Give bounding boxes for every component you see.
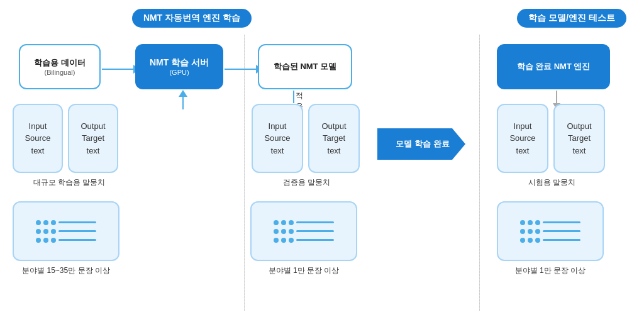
db-line-m1 [296,221,334,223]
db-circle-m3 [289,220,294,225]
db-line-1 [58,221,96,223]
completed-engine-box: 학습 완료 NMT 엔진 [497,44,610,89]
large-corpus-caption: 대규모 학습용 말뭉치 [13,177,126,188]
input1-line1: Input [29,120,47,133]
middle-corpus-group: Input Source text Output Target text [252,104,360,173]
db-circle-r4 [520,229,525,234]
output-box-1: Output Target text [68,104,118,173]
diagram-container: NMT 자동번역 엔진 학습 학습 모델/엔진 테스트 학습용 데이터 (Bil… [0,0,644,317]
input3-line3: text [516,145,530,157]
output3-line2: Target [568,132,591,145]
input1-line2: Source [25,132,50,145]
output1-line3: text [87,145,100,157]
nmt-server-title: NMT 학습 서버 [150,57,209,69]
output2-line3: text [328,145,341,157]
db-circle-m1 [274,220,279,225]
input1-line3: text [31,145,45,157]
big-arrow-complete: 모델 학습 완료 [377,128,465,160]
db-row-r2 [520,229,580,234]
test-count-caption: 분야별 1만 문장 이상 [497,265,604,276]
db-circle-r2 [528,220,533,225]
validation-count-caption: 분야별 1만 문장 이상 [250,265,357,276]
db-row-3 [36,238,96,243]
test-section-label: 학습 모델/엔진 테스트 [517,9,626,28]
db-circle-r1 [520,220,525,225]
db-circle-m4 [274,229,279,234]
output1-line2: Target [82,132,104,145]
model-complete-arrow: 모델 학습 완료 [377,128,465,160]
db-circle-r6 [535,229,540,234]
training-data-title: 학습용 데이터 [34,57,86,69]
db-circle-3 [51,220,56,225]
training-data-subtitle: (Bilingual) [45,69,75,76]
db-line-3 [58,239,96,241]
db-circle-r9 [535,238,540,243]
input2-line3: text [271,145,284,157]
db-row-r3 [520,238,580,243]
input2-line2: Source [264,132,290,145]
db-circle-m6 [289,229,294,234]
output2-line1: Output [321,120,346,133]
left-db-icon [13,201,119,261]
db-line-r2 [543,230,580,232]
db-circle-m9 [289,238,294,243]
left-corpus-group: Input Source text Output Target text [13,104,118,173]
right-corpus-group: Input Source text Output Target text [497,104,605,173]
db-line-r1 [543,221,580,223]
output-box-3: Output Target text [553,104,605,173]
db-circle-9 [51,238,56,243]
input-box-2: Input Source text [252,104,303,173]
db-line-m3 [296,239,334,241]
trained-model-title: 학습된 NMT 모델 [274,61,336,72]
output3-line1: Output [567,120,591,133]
db-circle-m7 [274,238,279,243]
db-circle-2 [43,220,48,225]
db-circle-8 [43,238,48,243]
output-box-2: Output Target text [308,104,360,173]
input3-line2: Source [509,132,535,145]
db-row-m1 [274,220,334,225]
input-box-1: Input Source text [13,104,63,173]
test-corpus-caption: 시험용 말뭉치 [497,177,607,188]
output1-line1: Output [80,120,105,133]
db-circle-1 [36,220,41,225]
db-row-r1 [520,220,580,225]
nmt-server-box: NMT 학습 서버 (GPU) [135,44,223,89]
db-circle-m2 [281,220,286,225]
db-circle-7 [36,238,41,243]
input2-line1: Input [269,120,287,133]
db-line-r3 [543,239,580,241]
db-circle-m8 [281,238,286,243]
arrow-1 [102,65,140,74]
nmt-section-label: NMT 자동번역 엔진 학습 [132,9,252,28]
db-circle-m5 [281,229,286,234]
trained-model-box: 학습된 NMT 모델 [258,44,352,89]
input-box-3: Input Source text [497,104,548,173]
middle-db-icon [250,201,357,261]
db-circle-r7 [520,238,525,243]
completed-engine-title: 학습 완료 NMT 엔진 [517,61,591,72]
db-row-m2 [274,229,334,234]
right-db-icon [497,201,604,261]
db-line-2 [58,230,96,232]
large-count-caption: 분야별 15~35만 문장 이상 [13,265,119,276]
db-row-m3 [274,238,334,243]
training-data-box: 학습용 데이터 (Bilingual) [19,44,101,89]
db-circle-r3 [535,220,540,225]
divider-2 [479,35,480,311]
model-complete-label: 모델 학습 완료 [396,138,449,150]
db-circle-r8 [528,238,533,243]
db-line-m2 [296,230,334,232]
db-circle-4 [36,229,41,234]
output2-line2: Target [323,132,345,145]
validation-corpus-caption: 검증용 말뭉치 [248,177,365,188]
db-circle-r5 [528,229,533,234]
up-arrow-corpus-server [179,90,187,109]
arrow-2 [225,65,263,74]
divider-1 [244,35,245,311]
nmt-server-subtitle: (GPU) [169,69,189,76]
db-circle-6 [51,229,56,234]
db-circle-5 [43,229,48,234]
db-row-2 [36,229,96,234]
output3-line3: text [573,145,586,157]
